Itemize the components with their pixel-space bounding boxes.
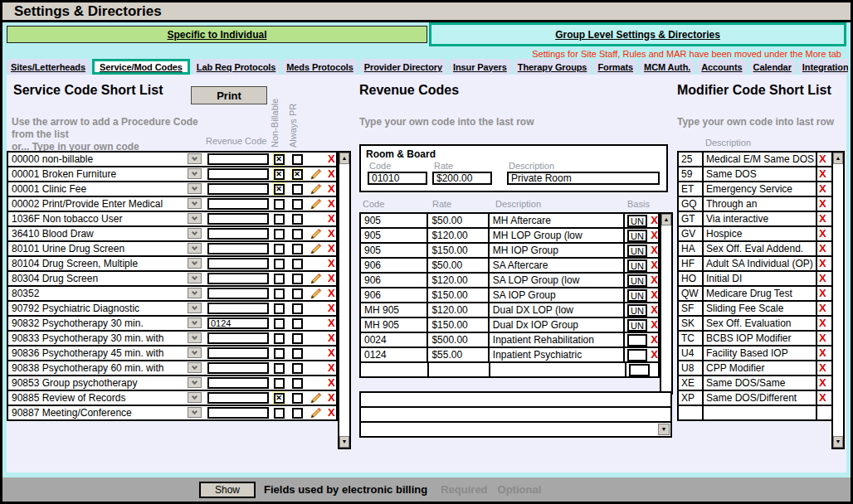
delete-x-button[interactable]: X (819, 347, 826, 359)
checkbox-x-icon[interactable] (274, 229, 285, 240)
basis-cell[interactable]: UN (627, 289, 648, 302)
modifier-code-cell[interactable]: U8 (679, 361, 704, 375)
delete-x-button[interactable]: X (819, 258, 826, 269)
non-billable-checkbox[interactable] (272, 376, 285, 390)
delete-x-button[interactable]: X (328, 228, 335, 240)
delete-x-button[interactable]: X (328, 377, 335, 389)
scroll-down-button[interactable]: ▼ (833, 436, 843, 448)
revenue-code-input[interactable] (207, 258, 269, 269)
non-billable-checkbox[interactable] (272, 317, 285, 330)
pencil-edit-icon[interactable] (310, 183, 322, 195)
non-billable-checkbox[interactable] (272, 242, 285, 255)
delete-x-button[interactable]: X (651, 245, 658, 256)
checkbox-x-icon[interactable]: ✕ (292, 169, 303, 180)
checkbox-x-icon[interactable]: ✕ (274, 184, 285, 195)
non-billable-checkbox[interactable] (272, 302, 285, 315)
delete-x-button[interactable]: X (819, 273, 826, 284)
modifier-description-cell[interactable]: Medical E/M Same DOS (704, 153, 817, 166)
revenue-description-cell[interactable]: SA IOP Group (490, 288, 625, 302)
nav-tab-mcm-auth-[interactable]: MCM Auth. (640, 59, 695, 75)
combo-dropdown-button[interactable] (188, 407, 202, 418)
modifier-table-scrollbar[interactable]: ▲ ▼ (831, 151, 845, 449)
checkbox-x-icon[interactable] (292, 274, 303, 284)
basis-cell[interactable]: UN (627, 230, 648, 242)
checkbox-x-icon[interactable] (274, 214, 285, 225)
pencil-edit-icon[interactable] (310, 288, 322, 299)
revenue-rate-cell[interactable]: $120.00 (428, 274, 489, 287)
modifier-code-cell[interactable]: 59 (679, 167, 704, 181)
delete-x-button[interactable]: X (651, 274, 658, 286)
always-pr-checkbox[interactable]: ✕ (290, 167, 304, 181)
delete-x-button[interactable]: X (328, 332, 335, 344)
combo-dropdown-button[interactable] (188, 332, 202, 343)
delete-x-button[interactable]: X (328, 168, 335, 180)
non-billable-checkbox[interactable]: ✕ (272, 153, 285, 166)
modifier-description-cell[interactable]: Facility Based IOP (704, 346, 817, 360)
revenue-description-cell[interactable]: MH Aftercare (490, 214, 625, 227)
revenue-code-input[interactable] (207, 288, 269, 299)
basis-cell[interactable] (629, 364, 650, 376)
basis-cell[interactable]: UN (627, 319, 648, 332)
modifier-code-cell[interactable]: ET (679, 182, 704, 196)
non-billable-checkbox[interactable]: ✕ (272, 182, 285, 196)
revenue-description-cell[interactable]: Inpatient Psychiatric (490, 348, 625, 361)
checkbox-x-icon[interactable] (292, 229, 303, 240)
delete-x-button[interactable]: X (819, 168, 826, 180)
print-button[interactable]: Print (191, 86, 267, 104)
modifier-description-cell[interactable] (704, 406, 817, 419)
delete-x-button[interactable]: X (651, 334, 658, 346)
non-billable-checkbox[interactable] (272, 212, 285, 225)
revenue-code-input[interactable] (207, 332, 269, 344)
revenue-description-cell[interactable] (490, 363, 626, 376)
modifier-description-cell[interactable]: Emergency Service (704, 182, 817, 196)
delete-x-button[interactable]: X (819, 332, 826, 344)
revenue-code-cell[interactable] (361, 363, 429, 376)
always-pr-checkbox[interactable] (290, 197, 304, 211)
checkbox-x-icon[interactable] (292, 393, 303, 404)
modifier-code-cell[interactable]: HA (679, 242, 704, 255)
always-pr-checkbox[interactable] (290, 406, 304, 419)
modifier-code-cell[interactable]: HF (679, 257, 704, 270)
revenue-description-cell[interactable]: SA Aftercare (490, 259, 625, 272)
nav-tab-sites-letterheads[interactable]: Sites/Letterheads (7, 59, 90, 75)
non-billable-checkbox[interactable] (272, 227, 285, 240)
revenue-rate-cell[interactable]: $120.00 (428, 229, 489, 242)
scroll-down-button[interactable]: ▼ (339, 436, 349, 448)
revenue-code-cell[interactable]: 905 (361, 214, 428, 227)
combo-dropdown-button[interactable] (188, 258, 202, 269)
nav-tab-lab-req-protocols[interactable]: Lab Req Protocols (193, 59, 280, 75)
basis-cell[interactable]: UN (627, 274, 648, 287)
checkbox-x-icon[interactable] (292, 378, 303, 389)
revenue-code-input[interactable] (207, 392, 269, 404)
checkbox-x-icon[interactable] (274, 348, 285, 359)
always-pr-checkbox[interactable] (290, 153, 304, 166)
modifier-code-cell[interactable]: GT (679, 212, 704, 225)
revenue-code-input[interactable] (207, 183, 269, 195)
modifier-description-cell[interactable]: Via interactive (704, 212, 817, 225)
revenue-description-cell[interactable]: MH LOP Group (low (490, 229, 625, 242)
combo-dropdown-button[interactable] (188, 243, 202, 254)
delete-x-button[interactable]: X (328, 317, 335, 329)
delete-x-button[interactable]: X (651, 230, 658, 241)
always-pr-checkbox[interactable] (290, 391, 304, 405)
basis-cell[interactable]: UN (627, 245, 648, 257)
non-billable-checkbox[interactable] (272, 346, 285, 360)
non-billable-checkbox[interactable] (272, 332, 285, 345)
modifier-description-cell[interactable]: Sex Off. Eval Addend. (704, 242, 817, 255)
basis-cell[interactable] (627, 334, 648, 346)
modifier-description-cell[interactable]: Adult SA Individual (OP) (704, 257, 817, 270)
delete-x-button[interactable]: X (819, 153, 826, 165)
non-billable-checkbox[interactable]: ✕ (272, 167, 285, 181)
checkbox-x-icon[interactable] (292, 318, 303, 329)
non-billable-checkbox[interactable] (272, 287, 285, 300)
pencil-edit-icon[interactable] (310, 168, 322, 180)
delete-x-button[interactable]: X (819, 303, 826, 314)
revenue-code-cell[interactable]: 0024 (361, 333, 428, 346)
delete-x-button[interactable]: X (328, 153, 335, 165)
checkbox-x-icon[interactable] (274, 303, 285, 314)
revenue-rate-cell[interactable]: $500.00 (428, 333, 489, 346)
checkbox-x-icon[interactable] (274, 259, 285, 269)
non-billable-checkbox[interactable]: ✕ (272, 391, 285, 405)
modifier-code-cell[interactable]: TC (679, 332, 704, 345)
modifier-description-cell[interactable]: BCBS IOP Modifier (704, 332, 817, 345)
